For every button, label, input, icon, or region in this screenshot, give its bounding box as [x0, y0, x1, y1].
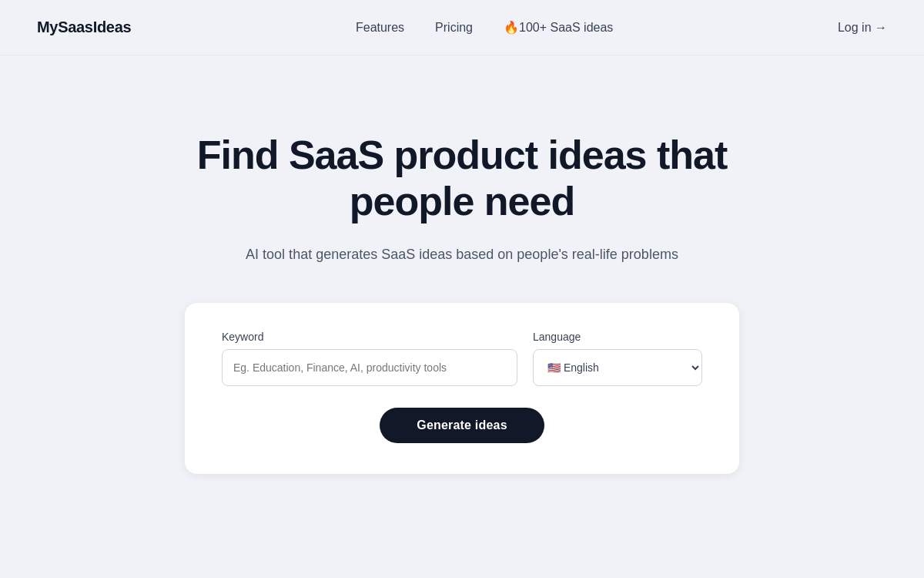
navbar: MySaasIdeas Features Pricing 🔥100+ SaaS … — [0, 0, 924, 55]
site-logo[interactable]: MySaasIdeas — [37, 18, 131, 36]
hero-subtitle: AI tool that generates SaaS ideas based … — [246, 247, 678, 263]
keyword-group: Keyword — [222, 331, 517, 386]
search-card: Keyword Language 🇺🇸 English 🇪🇸 Spanish 🇫… — [185, 303, 739, 474]
generate-button[interactable]: Generate ideas — [380, 408, 544, 443]
pricing-link[interactable]: Pricing — [435, 21, 473, 35]
nav-links: Features Pricing 🔥100+ SaaS ideas — [356, 20, 613, 35]
form-row: Keyword Language 🇺🇸 English 🇪🇸 Spanish 🇫… — [222, 331, 702, 386]
saas-ideas-link[interactable]: 🔥100+ SaaS ideas — [504, 20, 613, 35]
features-link[interactable]: Features — [356, 21, 404, 35]
login-link[interactable]: Log in → — [838, 21, 887, 35]
language-label: Language — [533, 331, 702, 343]
keyword-input[interactable] — [222, 349, 517, 386]
language-select[interactable]: 🇺🇸 English 🇪🇸 Spanish 🇫🇷 French 🇩🇪 Germa… — [533, 349, 702, 386]
main-content: Find SaaS product ideas that people need… — [0, 55, 924, 474]
hero-title: Find SaaS product ideas that people need — [173, 133, 751, 225]
language-group: Language 🇺🇸 English 🇪🇸 Spanish 🇫🇷 French… — [533, 331, 702, 386]
keyword-label: Keyword — [222, 331, 517, 343]
